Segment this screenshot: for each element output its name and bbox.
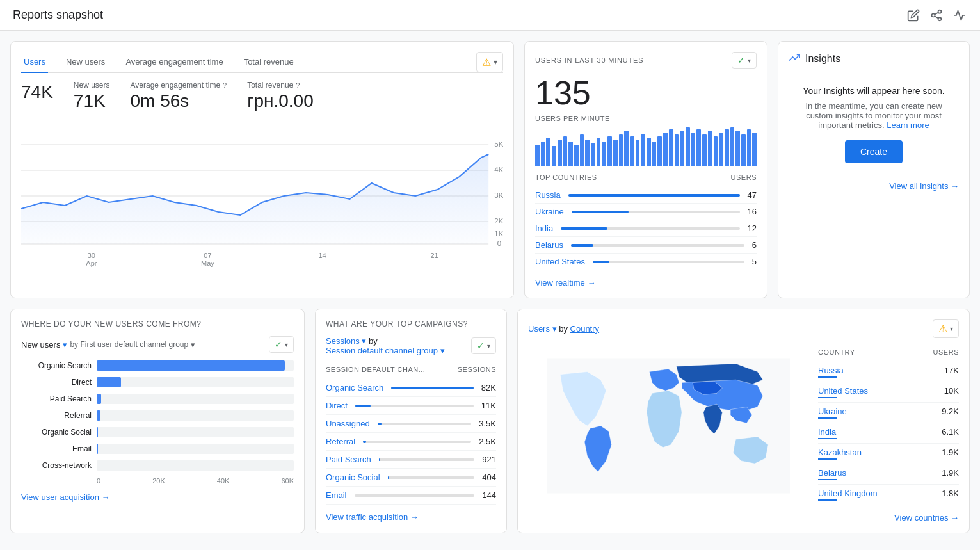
share-icon[interactable] — [929, 8, 944, 23]
country-users: 12 — [748, 223, 757, 233]
session-bar — [391, 387, 474, 389]
by-label2: by — [559, 324, 570, 334]
view-user-acquisition-link[interactable]: View user acquisition → — [21, 492, 294, 502]
help-icon2[interactable]: ? — [296, 81, 300, 89]
geo-country[interactable]: United Kingdom — [818, 489, 878, 498]
session-channel[interactable]: Organic Social — [326, 473, 380, 482]
realtime-header: USERS IN LAST 30 MINUTES ✓ ▾ — [535, 52, 757, 69]
line-chart-area: 5K 4K 3K 2K 1K 0 30Apr 07May 14 21 — [21, 119, 503, 247]
country-bar — [593, 261, 609, 263]
insights-header: Insights — [789, 52, 959, 65]
geo-country[interactable]: Belarus — [818, 468, 846, 478]
edit-icon[interactable] — [906, 8, 921, 23]
realtime-status-btn[interactable]: ✓ ▾ — [732, 52, 757, 69]
mini-bar — [730, 127, 735, 166]
geo-country-wrap: Kazakhstan — [818, 448, 862, 460]
x-label-2: 07May — [201, 252, 214, 267]
mini-bar — [630, 136, 634, 166]
h-bar-label: Paid Search — [21, 394, 92, 403]
country-row: Russia 47 — [535, 187, 757, 204]
mini-bar — [641, 134, 645, 166]
mini-bar — [602, 142, 606, 166]
acquisition-status-btn[interactable]: ✓ ▾ — [269, 336, 294, 353]
country-name[interactable]: Russia — [535, 190, 561, 200]
h-bar-fill — [97, 394, 101, 404]
campaigns-card: WHAT ARE YOUR TOP CAMPAIGNS? Sessions ▾ … — [315, 309, 507, 533]
h-bar-row: Direct — [21, 377, 294, 387]
help-icon[interactable]: ? — [223, 81, 227, 89]
session-channel[interactable]: Unassigned — [326, 419, 370, 428]
geo-filter-label: Users ▾ by Country — [528, 324, 599, 334]
geo-country[interactable]: Russia — [818, 366, 844, 375]
session-row: Organic Social 404 — [326, 469, 496, 487]
learn-more-link[interactable]: Learn more — [887, 120, 929, 130]
geo-country-wrap: Belarus — [818, 468, 846, 480]
view-all-insights-link[interactable]: View all insights → — [789, 181, 959, 191]
country-name[interactable]: India — [535, 223, 553, 233]
geo-rows: Russia 17K United States 10K Ukraine 9.2… — [818, 362, 959, 505]
campaigns-status-btn[interactable]: ✓ ▾ — [471, 337, 496, 354]
geo-comparison-btn[interactable]: ⚠ ▾ — [933, 319, 959, 338]
country-users: 5 — [752, 257, 757, 266]
view-realtime-link[interactable]: View realtime → — [535, 278, 757, 287]
session-channel[interactable]: Organic Search — [326, 383, 383, 392]
geo-country[interactable]: Ukraine — [818, 407, 847, 416]
geo-country[interactable]: India — [818, 427, 836, 437]
mini-bar — [735, 131, 740, 166]
session-channel[interactable]: Email — [326, 490, 347, 500]
top-row: Users New users Average engagement time … — [10, 41, 970, 298]
check-icon3: ✓ — [477, 341, 485, 351]
view-traffic-acquisition-link[interactable]: View traffic acquisition → — [326, 512, 496, 522]
realtime-subtitle: USERS PER MINUTE — [535, 115, 757, 122]
mini-bar-chart — [535, 127, 757, 166]
session-channel[interactable]: Direct — [326, 401, 348, 410]
h-bar-row: Organic Search — [21, 360, 294, 371]
mini-bar — [636, 140, 640, 166]
session-count: 404 — [482, 473, 496, 482]
geo-users: 1.9K — [942, 448, 959, 460]
session-channel[interactable]: Paid Search — [326, 455, 371, 464]
country-users: 47 — [748, 190, 757, 200]
sessions-col-label: SESSIONS — [458, 366, 496, 373]
h-bar-row: Paid Search — [21, 394, 294, 404]
country-name[interactable]: Belarus — [535, 240, 563, 250]
more-icon[interactable] — [952, 8, 967, 23]
realtime-card: USERS IN LAST 30 MINUTES ✓ ▾ 135 USERS P… — [524, 41, 767, 298]
country-name[interactable]: Ukraine — [535, 207, 564, 216]
acquisition-filter-label[interactable]: New users ▾ by First user default channe… — [21, 340, 195, 350]
h-bar-track — [97, 427, 294, 437]
metric-users: 74K — [21, 81, 53, 102]
geo-country-wrap: United Kingdom — [818, 489, 878, 501]
country-bar — [571, 244, 593, 247]
tab-avg-engagement[interactable]: Average engagement time — [123, 52, 225, 73]
country-bar-wrap — [568, 194, 740, 197]
geo-country[interactable]: Kazakhstan — [818, 448, 862, 457]
country-name[interactable]: United States — [535, 257, 585, 266]
tab-total-revenue[interactable]: Total revenue — [241, 52, 296, 73]
view-countries-link[interactable]: View countries → — [528, 513, 959, 522]
geo-country[interactable]: United States — [818, 386, 868, 396]
session-channel[interactable]: Referral — [326, 437, 355, 446]
geo-row: India 6.1K — [818, 423, 959, 444]
geo-row: Ukraine 9.2K — [818, 403, 959, 423]
comparison-button[interactable]: ⚠ ▾ — [476, 52, 503, 72]
tab-users[interactable]: Users — [21, 52, 48, 73]
create-button[interactable]: Create — [845, 140, 903, 163]
h-bar-row: Email — [21, 444, 294, 454]
check-icon: ✓ — [737, 55, 745, 65]
country-bar — [568, 194, 740, 197]
metric-new-users: New users 71K — [74, 81, 110, 111]
h-bar-track — [97, 460, 294, 471]
geo-row: Kazakhstan 1.9K — [818, 444, 959, 464]
session-rows: Organic Search 82K Direct 11K Unassigned… — [326, 379, 496, 505]
acquisition-card: WHERE DO YOUR NEW USERS COME FROM? New u… — [10, 309, 305, 533]
h-bar-row: Cross-network — [21, 460, 294, 471]
geo-divider-bar — [818, 397, 837, 398]
country-bar-wrap — [593, 261, 744, 263]
svg-text:5K: 5K — [494, 141, 503, 148]
country-row: Ukraine 16 — [535, 204, 757, 220]
sessions-label: Sessions ▾ — [326, 336, 366, 346]
tab-new-users[interactable]: New users — [63, 52, 108, 73]
country-users: 16 — [748, 207, 757, 216]
mini-bar — [702, 134, 707, 166]
